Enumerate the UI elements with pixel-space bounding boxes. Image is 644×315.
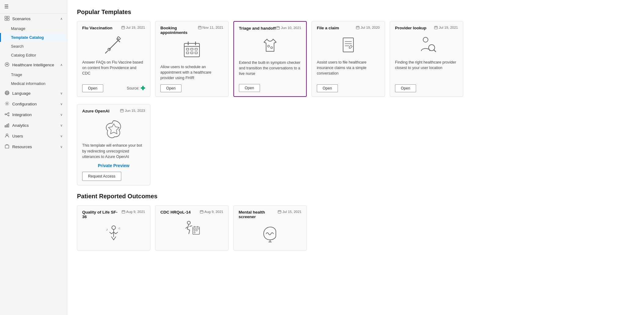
svg-point-48 bbox=[271, 47, 273, 49]
sidebar-sub-search[interactable]: Search bbox=[0, 42, 67, 51]
sidebar-sub-manage[interactable]: Manage bbox=[0, 24, 67, 33]
svg-rect-2 bbox=[5, 19, 7, 20]
card-cdc-title: CDC HRQoL-14 bbox=[160, 210, 191, 214]
card-provider-open-button[interactable]: Open bbox=[395, 84, 416, 92]
svg-point-11 bbox=[8, 112, 9, 114]
card-azure-icon bbox=[82, 116, 145, 140]
card-flu-icon bbox=[82, 33, 145, 57]
providence-icon: ✚ bbox=[141, 85, 145, 92]
scenarios-label: Scenarios bbox=[12, 16, 31, 21]
svg-rect-19 bbox=[5, 145, 9, 148]
hamburger-icon[interactable]: ☰ bbox=[4, 4, 9, 9]
card-claim-date: Jul 19, 2020 bbox=[356, 26, 380, 29]
language-chevron: ∨ bbox=[60, 91, 63, 95]
card-provider-header: Provider lookup Jul 19, 2021 bbox=[395, 26, 458, 30]
card-quality-of-life[interactable]: Quality of Life SF-36 Aug 9, 2021 bbox=[77, 205, 150, 251]
card-booking[interactable]: Booking appointments Nov 11, 2021 bbox=[155, 21, 229, 97]
patient-outcomes-title: Patient Reported Outcomes bbox=[77, 193, 634, 200]
svg-rect-1 bbox=[7, 16, 9, 18]
card-mental-health[interactable]: Mental health screener Jul 15, 2021 bbox=[233, 205, 307, 251]
svg-rect-49 bbox=[356, 26, 359, 29]
svg-rect-3 bbox=[7, 19, 9, 20]
card-triage-footer: Open bbox=[239, 84, 301, 92]
card-triage-open-button[interactable]: Open bbox=[239, 84, 260, 92]
sidebar-group-healthcare: Healthcare Intelligence ∧ Triage Medical… bbox=[0, 60, 67, 88]
card-triage[interactable]: Triage and handoff Jun 10, 2021 bbox=[233, 21, 307, 97]
resources-label: Resources bbox=[12, 145, 32, 149]
svg-rect-85 bbox=[196, 230, 197, 231]
card-booking-desc: Allow users to schedule an appointment w… bbox=[160, 64, 223, 81]
sidebar-header: ☰ bbox=[0, 0, 67, 13]
card-azure-title: Azure OpenAI bbox=[82, 109, 109, 113]
svg-point-5 bbox=[5, 91, 9, 95]
card-claim-open-button[interactable]: Open bbox=[317, 84, 338, 92]
svg-rect-57 bbox=[434, 26, 437, 29]
card-provider-title: Provider lookup bbox=[395, 26, 426, 30]
card-cdc-icon bbox=[160, 217, 223, 241]
healthcare-label: Healthcare Intelligence bbox=[12, 63, 54, 67]
card-file-claim[interactable]: File a claim Jul 19, 2020 Assis bbox=[312, 21, 385, 97]
svg-point-18 bbox=[6, 134, 8, 136]
card-azure-header: Azure OpenAI Jun 15, 2023 bbox=[82, 109, 145, 113]
analytics-icon bbox=[4, 123, 10, 128]
sidebar-group-scenarios: Scenarios ∧ Manage Template Catalog Sear… bbox=[0, 13, 67, 60]
card-qol-date: Aug 9, 2021 bbox=[122, 210, 145, 214]
card-provider-lookup[interactable]: Provider lookup Jul 19, 2021 bbox=[390, 21, 463, 97]
request-access-button[interactable]: Request Access bbox=[82, 172, 121, 181]
svg-text:♫: ♫ bbox=[118, 226, 121, 230]
sidebar-sub-triage[interactable]: Triage bbox=[0, 70, 67, 79]
card-cdc-hrqol[interactable]: CDC HRQoL-14 Aug 9, 2021 bbox=[155, 205, 229, 251]
card-provider-icon bbox=[395, 33, 458, 57]
svg-rect-43 bbox=[276, 27, 280, 29]
configuration-chevron: ∨ bbox=[60, 102, 63, 106]
sidebar-item-language[interactable]: Language ∨ bbox=[0, 88, 67, 99]
svg-rect-68 bbox=[122, 211, 125, 213]
sidebar-item-configuration[interactable]: Configuration ∨ bbox=[0, 99, 67, 109]
card-triage-header: Triage and handoff Jun 10, 2021 bbox=[239, 26, 301, 31]
card-flu-footer: Open Source: ✚ bbox=[82, 84, 145, 92]
svg-text:♪: ♪ bbox=[106, 227, 108, 232]
sidebar-item-healthcare-intelligence[interactable]: Healthcare Intelligence ∧ bbox=[0, 60, 67, 70]
patient-outcomes-cards: Quality of Life SF-36 Aug 9, 2021 bbox=[77, 205, 634, 251]
svg-rect-29 bbox=[198, 26, 201, 29]
sidebar-item-analytics[interactable]: Analytics ∨ bbox=[0, 120, 67, 131]
sidebar-item-scenarios[interactable]: Scenarios ∧ bbox=[0, 13, 67, 24]
card-flu-desc: Answer FAQs on Flu Vaccine based on cont… bbox=[82, 60, 145, 81]
card-qol-title: Quality of Life SF-36 bbox=[82, 210, 122, 219]
card-booking-open-button[interactable]: Open bbox=[160, 84, 181, 92]
sidebar-sub-catalog-editor[interactable]: Catalog Editor bbox=[0, 51, 67, 60]
svg-rect-15 bbox=[5, 126, 6, 127]
language-icon bbox=[4, 90, 10, 96]
card-flu-open-button[interactable]: Open bbox=[82, 84, 103, 92]
card-flu-vaccination[interactable]: Flu Vaccination Jul 19, 2021 An bbox=[77, 21, 150, 97]
card-claim-header: File a claim Jul 19, 2020 bbox=[317, 26, 380, 30]
card-flu-header: Flu Vaccination Jul 19, 2021 bbox=[82, 26, 145, 30]
card-claim-title: File a claim bbox=[317, 26, 339, 30]
card-claim-icon bbox=[317, 33, 380, 57]
users-chevron: ∨ bbox=[60, 134, 63, 138]
card-cdc-header: CDC HRQoL-14 Aug 9, 2021 bbox=[160, 210, 223, 214]
svg-line-24 bbox=[109, 40, 118, 49]
sidebar-sub-medical-information[interactable]: Medical information bbox=[0, 79, 67, 88]
sidebar-sub-template-catalog[interactable]: Template Catalog bbox=[0, 33, 67, 42]
svg-rect-64 bbox=[120, 109, 123, 112]
svg-line-13 bbox=[6, 113, 8, 115]
svg-rect-86 bbox=[194, 232, 195, 233]
scenarios-icon bbox=[4, 16, 10, 22]
card-booking-footer: Open bbox=[160, 84, 223, 92]
card-provider-date: Jul 19, 2021 bbox=[434, 26, 458, 29]
svg-point-47 bbox=[268, 45, 269, 47]
card-booking-title: Booking appointments bbox=[160, 26, 198, 35]
svg-rect-20 bbox=[122, 26, 125, 29]
sidebar-item-integration[interactable]: Integration ∨ bbox=[0, 109, 67, 120]
language-label: Language bbox=[12, 91, 31, 96]
sidebar-item-users[interactable]: Users ∨ bbox=[0, 131, 67, 141]
card-azure-openai[interactable]: Azure OpenAI Jun 15, 2023 This template … bbox=[77, 104, 150, 185]
card-triage-date: Jun 10, 2021 bbox=[276, 26, 301, 30]
sidebar: ☰ Scenarios ∧ Manage Template Catalog Se… bbox=[0, 0, 67, 315]
svg-point-10 bbox=[5, 114, 6, 115]
card-flu-title: Flu Vaccination bbox=[82, 26, 112, 30]
card-cdc-date: Aug 9, 2021 bbox=[200, 210, 223, 214]
svg-point-79 bbox=[187, 221, 190, 224]
sidebar-item-resources[interactable]: Resources ∨ bbox=[0, 141, 67, 152]
